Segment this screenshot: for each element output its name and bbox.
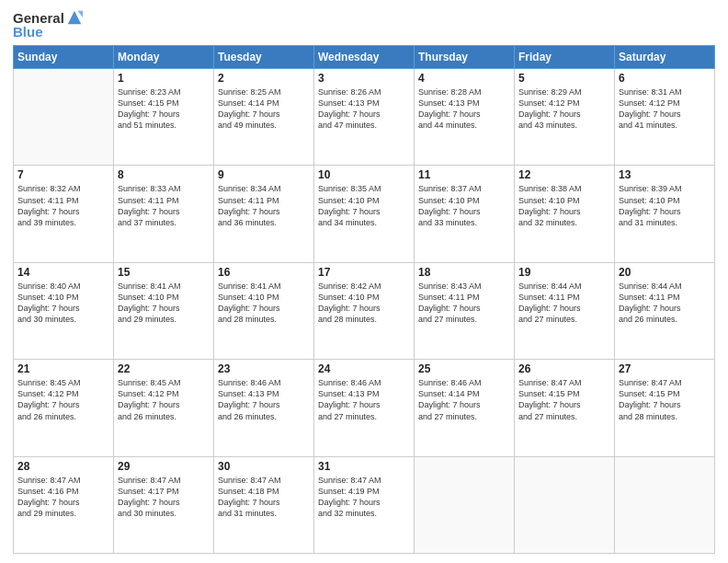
day-number: 16: [218, 266, 310, 279]
calendar-cell: 21Sunrise: 8:45 AM Sunset: 4:12 PM Dayli…: [14, 360, 114, 456]
day-number: 15: [118, 266, 210, 279]
day-info: Sunrise: 8:32 AM Sunset: 4:11 PM Dayligh…: [17, 183, 109, 228]
day-number: 3: [318, 72, 410, 85]
day-info: Sunrise: 8:40 AM Sunset: 4:10 PM Dayligh…: [17, 281, 109, 326]
day-number: 22: [118, 362, 210, 375]
calendar-cell: 4Sunrise: 8:28 AM Sunset: 4:13 PM Daylig…: [415, 69, 515, 166]
calendar-cell: [415, 456, 515, 553]
calendar-cell: 17Sunrise: 8:42 AM Sunset: 4:10 PM Dayli…: [314, 262, 415, 359]
day-info: Sunrise: 8:47 AM Sunset: 4:15 PM Dayligh…: [518, 377, 610, 422]
day-info: Sunrise: 8:28 AM Sunset: 4:13 PM Dayligh…: [418, 86, 510, 132]
day-number: 26: [518, 362, 610, 375]
day-info: Sunrise: 8:33 AM Sunset: 4:11 PM Dayligh…: [118, 183, 210, 228]
calendar-week-row: 14Sunrise: 8:40 AM Sunset: 4:10 PM Dayli…: [14, 262, 715, 359]
day-info: Sunrise: 8:43 AM Sunset: 4:11 PM Dayligh…: [418, 281, 510, 326]
calendar-cell: 23Sunrise: 8:46 AM Sunset: 4:13 PM Dayli…: [214, 360, 314, 456]
day-number: 29: [118, 460, 210, 473]
day-info: Sunrise: 8:31 AM Sunset: 4:12 PM Dayligh…: [619, 86, 711, 132]
day-number: 2: [218, 72, 310, 85]
day-info: Sunrise: 8:46 AM Sunset: 4:13 PM Dayligh…: [218, 377, 310, 422]
day-info: Sunrise: 8:41 AM Sunset: 4:10 PM Dayligh…: [118, 281, 210, 326]
calendar-cell: 28Sunrise: 8:47 AM Sunset: 4:16 PM Dayli…: [14, 456, 114, 553]
calendar-cell: 20Sunrise: 8:44 AM Sunset: 4:11 PM Dayli…: [615, 262, 715, 359]
weekday-header-saturday: Saturday: [615, 46, 715, 69]
day-info: Sunrise: 8:37 AM Sunset: 4:10 PM Dayligh…: [418, 183, 510, 228]
day-info: Sunrise: 8:25 AM Sunset: 4:14 PM Dayligh…: [218, 86, 310, 132]
day-info: Sunrise: 8:47 AM Sunset: 4:18 PM Dayligh…: [218, 475, 310, 520]
weekday-header-friday: Friday: [515, 46, 615, 69]
day-info: Sunrise: 8:41 AM Sunset: 4:10 PM Dayligh…: [218, 281, 310, 326]
day-info: Sunrise: 8:47 AM Sunset: 4:19 PM Dayligh…: [318, 475, 410, 520]
day-number: 12: [518, 168, 610, 181]
calendar-cell: 15Sunrise: 8:41 AM Sunset: 4:10 PM Dayli…: [114, 262, 214, 359]
calendar-cell: 18Sunrise: 8:43 AM Sunset: 4:11 PM Dayli…: [415, 262, 515, 359]
day-info: Sunrise: 8:44 AM Sunset: 4:11 PM Dayligh…: [619, 281, 711, 326]
calendar-cell: 25Sunrise: 8:46 AM Sunset: 4:14 PM Dayli…: [415, 360, 515, 456]
calendar-cell: 2Sunrise: 8:25 AM Sunset: 4:14 PM Daylig…: [214, 69, 314, 166]
day-info: Sunrise: 8:47 AM Sunset: 4:16 PM Dayligh…: [17, 475, 109, 520]
day-number: 23: [218, 362, 310, 375]
weekday-header-monday: Monday: [114, 46, 214, 69]
day-info: Sunrise: 8:45 AM Sunset: 4:12 PM Dayligh…: [118, 377, 210, 422]
weekday-header-thursday: Thursday: [415, 46, 515, 69]
header: General Blue: [13, 9, 715, 40]
day-info: Sunrise: 8:46 AM Sunset: 4:14 PM Dayligh…: [418, 377, 510, 422]
calendar-cell: 22Sunrise: 8:45 AM Sunset: 4:12 PM Dayli…: [114, 360, 214, 456]
calendar-week-row: 1Sunrise: 8:23 AM Sunset: 4:15 PM Daylig…: [14, 69, 715, 166]
calendar-cell: [615, 456, 715, 553]
day-number: 9: [218, 168, 310, 181]
day-number: 6: [619, 72, 711, 85]
calendar-week-row: 21Sunrise: 8:45 AM Sunset: 4:12 PM Dayli…: [14, 360, 715, 456]
day-number: 5: [518, 72, 610, 85]
day-info: Sunrise: 8:44 AM Sunset: 4:11 PM Dayligh…: [518, 281, 610, 326]
day-info: Sunrise: 8:34 AM Sunset: 4:11 PM Dayligh…: [218, 183, 310, 228]
calendar-cell: 14Sunrise: 8:40 AM Sunset: 4:10 PM Dayli…: [14, 262, 114, 359]
weekday-header-wednesday: Wednesday: [314, 46, 415, 69]
calendar-cell: [14, 69, 114, 166]
calendar-cell: 16Sunrise: 8:41 AM Sunset: 4:10 PM Dayli…: [214, 262, 314, 359]
calendar-cell: 5Sunrise: 8:29 AM Sunset: 4:12 PM Daylig…: [515, 69, 615, 166]
calendar-cell: 19Sunrise: 8:44 AM Sunset: 4:11 PM Dayli…: [515, 262, 615, 359]
day-number: 31: [318, 460, 410, 473]
day-info: Sunrise: 8:29 AM Sunset: 4:12 PM Dayligh…: [518, 86, 610, 132]
calendar-cell: 31Sunrise: 8:47 AM Sunset: 4:19 PM Dayli…: [314, 456, 415, 553]
day-info: Sunrise: 8:47 AM Sunset: 4:15 PM Dayligh…: [619, 377, 711, 422]
calendar-cell: 6Sunrise: 8:31 AM Sunset: 4:12 PM Daylig…: [615, 69, 715, 166]
day-number: 24: [318, 362, 410, 375]
day-number: 1: [118, 72, 210, 85]
calendar-cell: 11Sunrise: 8:37 AM Sunset: 4:10 PM Dayli…: [415, 166, 515, 262]
day-number: 11: [418, 168, 510, 181]
day-number: 7: [17, 168, 109, 181]
calendar-cell: 24Sunrise: 8:46 AM Sunset: 4:13 PM Dayli…: [314, 360, 415, 456]
day-info: Sunrise: 8:23 AM Sunset: 4:15 PM Dayligh…: [118, 86, 210, 132]
page-container: General Blue SundayMondayTuesdayWednesda…: [0, 0, 728, 563]
weekday-header-tuesday: Tuesday: [214, 46, 314, 69]
calendar-week-row: 28Sunrise: 8:47 AM Sunset: 4:16 PM Dayli…: [14, 456, 715, 553]
day-info: Sunrise: 8:26 AM Sunset: 4:13 PM Dayligh…: [318, 86, 410, 132]
calendar-cell: [515, 456, 615, 553]
calendar-cell: 12Sunrise: 8:38 AM Sunset: 4:10 PM Dayli…: [515, 166, 615, 262]
calendar-cell: 1Sunrise: 8:23 AM Sunset: 4:15 PM Daylig…: [114, 69, 214, 166]
weekday-header-sunday: Sunday: [14, 46, 114, 69]
day-number: 30: [218, 460, 310, 473]
day-info: Sunrise: 8:35 AM Sunset: 4:10 PM Dayligh…: [318, 183, 410, 228]
day-info: Sunrise: 8:46 AM Sunset: 4:13 PM Dayligh…: [318, 377, 410, 422]
svg-marker-1: [77, 11, 82, 17]
calendar-header-row: SundayMondayTuesdayWednesdayThursdayFrid…: [14, 46, 715, 69]
day-number: 14: [17, 266, 109, 279]
day-info: Sunrise: 8:47 AM Sunset: 4:17 PM Dayligh…: [118, 475, 210, 520]
svg-marker-0: [68, 11, 81, 24]
calendar-cell: 7Sunrise: 8:32 AM Sunset: 4:11 PM Daylig…: [14, 166, 114, 262]
day-info: Sunrise: 8:39 AM Sunset: 4:10 PM Dayligh…: [619, 183, 711, 228]
day-number: 28: [17, 460, 109, 473]
day-info: Sunrise: 8:45 AM Sunset: 4:12 PM Dayligh…: [17, 377, 109, 422]
calendar-cell: 9Sunrise: 8:34 AM Sunset: 4:11 PM Daylig…: [214, 166, 314, 262]
logo-text-general: General: [13, 10, 64, 26]
calendar-cell: 3Sunrise: 8:26 AM Sunset: 4:13 PM Daylig…: [314, 69, 415, 166]
logo: General Blue: [13, 9, 83, 40]
day-info: Sunrise: 8:42 AM Sunset: 4:10 PM Dayligh…: [318, 281, 410, 326]
calendar-week-row: 7Sunrise: 8:32 AM Sunset: 4:11 PM Daylig…: [14, 166, 715, 262]
calendar-cell: 29Sunrise: 8:47 AM Sunset: 4:17 PM Dayli…: [114, 456, 214, 553]
day-number: 8: [118, 168, 210, 181]
day-number: 13: [619, 168, 711, 181]
